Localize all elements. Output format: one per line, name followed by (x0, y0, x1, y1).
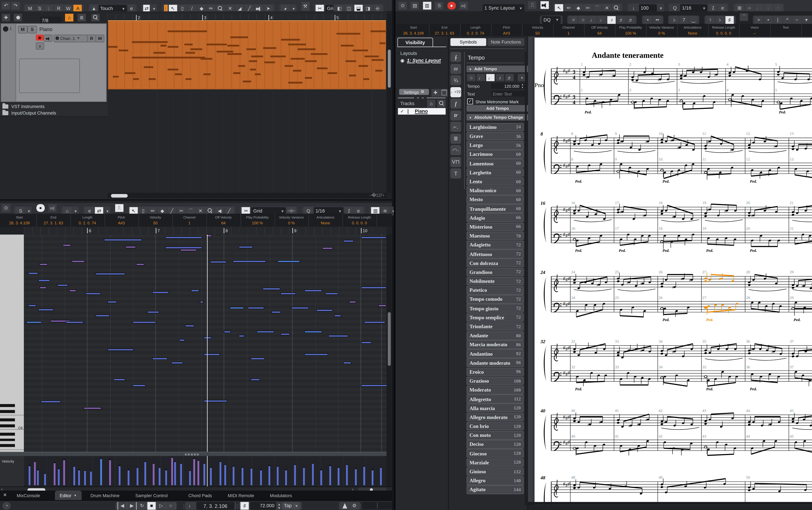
velocity-bar[interactable] (198, 461, 199, 485)
half-note-icon[interactable]: ♩ (589, 16, 597, 24)
ruler-bar-8[interactable]: 8 (224, 228, 228, 233)
key-76[interactable] (0, 416, 24, 419)
tab-symbols[interactable]: Symbols (450, 38, 486, 46)
bowing-icon[interactable]: V⊓ (450, 157, 461, 167)
tab-modulators[interactable]: Modulators (269, 491, 293, 500)
time-signature-icon[interactable]: ¾ (450, 75, 461, 85)
info-value[interactable]: None (677, 31, 708, 35)
double-dot-icon[interactable]: •• (653, 16, 661, 24)
velocity-bar[interactable] (277, 467, 278, 485)
key-67[interactable] (0, 441, 24, 444)
redo-icon[interactable]: ↷ (11, 2, 20, 9)
tempo-preset-patetico[interactable]: Patetico72 (467, 286, 524, 294)
tempo-track-icon[interactable]: ♯ (240, 502, 249, 510)
midi-note[interactable] (136, 263, 144, 266)
midi-part-piano[interactable] (108, 20, 386, 89)
track-preset-icon[interactable]: ⬟ (14, 13, 22, 22)
info-column-text[interactable]: Text (770, 24, 802, 36)
velocity-bar[interactable] (54, 463, 55, 485)
info-column-pitch[interactable]: PitchA#3 (104, 214, 139, 227)
midi-note[interactable] (361, 236, 387, 239)
midi-note[interactable] (361, 286, 387, 289)
info-column-velocity-variance[interactable]: Velocity Variance0 % (274, 214, 309, 227)
tempo-preset-moderato[interactable]: Moderato108 (467, 386, 524, 394)
velocity-bar[interactable] (153, 464, 154, 485)
info-value[interactable]: 50 (522, 31, 553, 35)
tempo-preset-misterioso[interactable]: Misterioso66 (467, 222, 524, 231)
info-column-length[interactable]: Length0. 2. 0. 74 (460, 24, 491, 36)
key-78[interactable] (0, 410, 24, 413)
track-search-icon[interactable] (91, 13, 100, 22)
draw-tool[interactable]: ✏ (565, 4, 573, 12)
text-input[interactable]: Enter Text (491, 91, 525, 97)
key-80[interactable] (0, 404, 24, 407)
info-value[interactable]: 0 % (646, 31, 677, 35)
tempo-preset-lamentoso[interactable]: Lamentoso60 (467, 159, 524, 168)
midi-note[interactable] (280, 333, 290, 336)
tempo-preset-maestoso[interactable]: Maestoso70 (467, 231, 524, 240)
wedge-icon[interactable]: ▾ (802, 16, 811, 24)
clef-icon[interactable]: ∮ (450, 52, 461, 62)
flat-icon[interactable]: ♭ (716, 16, 724, 24)
score-system-40[interactable]: 40♯♯♯♯♯♯4040♯♯4141♯♯♯4242♯43434444♯45454… (538, 408, 812, 467)
note-grid[interactable] (24, 235, 387, 452)
tempo-preset-larghetto[interactable]: Larghetto60 (467, 168, 524, 177)
midi-note[interactable] (250, 358, 265, 360)
midi-note[interactable] (204, 353, 220, 356)
tempo-preset-andante[interactable]: Andante80 (467, 331, 524, 340)
midi-note[interactable] (180, 249, 197, 251)
add-tempo-button[interactable]: Add Tempo (467, 105, 529, 112)
tenuto-line-icon[interactable]: | (774, 16, 782, 24)
eighth-note-icon[interactable]: ♪ (607, 16, 616, 24)
ruler-bar-7[interactable]: 7 (156, 228, 160, 233)
time-format-icon[interactable]: ♩ (187, 502, 195, 510)
info-column-release-length[interactable]: Release Length0. 0. 0. 0 (342, 214, 377, 227)
score-system-48[interactable]: 48♯♯♯♯♯♯48484949Ped.5050Ped.5151 (538, 475, 812, 505)
midi-note[interactable] (38, 279, 50, 282)
score-system-1[interactable]: ♯♯♯♯♯♯343411♯♯♯Ped.22♯33♯♯4455Ped.66Ped.… (538, 61, 812, 121)
tempo-preset-alla-marcia[interactable]: Alla marcia120 (467, 404, 524, 413)
info-column-release-length[interactable]: Release Length0. 0. 0. 0 (708, 24, 740, 36)
info-column-play-probability[interactable]: Play Probability100 % (240, 214, 275, 227)
midi-note[interactable] (239, 246, 253, 248)
velocity-bar[interactable] (144, 462, 146, 485)
editor-vscrollbar[interactable] (387, 235, 391, 486)
dot-icon[interactable]: • (643, 16, 652, 24)
key-74[interactable] (0, 421, 24, 424)
track-mute-button[interactable]: M (18, 26, 27, 33)
eighth-note-button[interactable]: ♪ (496, 74, 504, 81)
quantize-dropdown[interactable]: 1/16▼ (680, 4, 708, 12)
key-66[interactable] (0, 444, 24, 447)
black-key[interactable] (0, 444, 15, 447)
section-absolute-tempo-change[interactable]: ▼Absolute Tempo Change (467, 114, 529, 120)
midi-note[interactable] (165, 236, 202, 239)
info-value[interactable]: 1 (553, 31, 584, 35)
midi-note[interactable] (328, 335, 348, 337)
midi-note[interactable] (107, 301, 117, 303)
ruler-bar-3[interactable]: 3 (202, 15, 206, 20)
tempo-preset-grave[interactable]: Grave36 (467, 132, 524, 141)
display-quantize-dropdown[interactable]: DQ▼ (542, 16, 561, 24)
layout-item-sync[interactable]: ◉ 1: Sync Layout (400, 58, 441, 63)
tab-drum-machine[interactable]: Drum Machine (89, 491, 121, 500)
divider-grip[interactable] (185, 454, 199, 455)
midi-note[interactable] (26, 321, 42, 323)
midi-note[interactable] (224, 331, 231, 333)
half-note-button[interactable]: ♩ (477, 74, 485, 81)
midi-note[interactable] (40, 400, 61, 403)
primary-time-display[interactable]: 7. 3. 2.106 (196, 502, 235, 510)
tab-sampler-control[interactable]: Sampler Control (134, 491, 169, 500)
info-value[interactable]: 0. 0. 0. 0 (342, 221, 377, 225)
info-value[interactable]: A#3 (104, 221, 138, 225)
ruler-bar-10[interactable]: 10 (361, 228, 367, 233)
acoustic-feedback-icon[interactable] (459, 2, 468, 9)
tracks-home-filter-icon[interactable]: ⌂ (427, 100, 435, 107)
tempo-preset-marcia-moderato[interactable]: Marcia moderato86 (467, 340, 524, 349)
solo-button[interactable]: S (435, 2, 443, 9)
midi-note[interactable] (95, 315, 110, 317)
stop-button[interactable]: ■ (147, 502, 156, 510)
tempo-preset-tempo-comodo[interactable]: Tempo comodo72 (467, 295, 524, 304)
velocity-bar[interactable] (189, 471, 191, 485)
velocity-bar[interactable] (137, 468, 138, 485)
midi-note[interactable] (322, 247, 333, 250)
